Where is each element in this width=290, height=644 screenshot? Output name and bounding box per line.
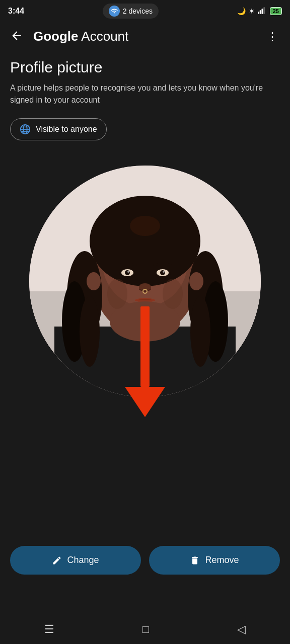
section-title: Profile picture [10, 59, 280, 76]
visibility-label: Visible to anyone [36, 125, 97, 134]
status-bar: 3:44 2 devices 🌙 ✶ 25 [0, 0, 290, 22]
svg-point-38 [163, 279, 183, 309]
main-content: Profile picture A picture helps people t… [0, 51, 290, 397]
page-title: Google Account [33, 29, 128, 44]
profile-picture-area [10, 166, 280, 397]
svg-point-16 [90, 196, 200, 286]
back-nav-icon[interactable]: ◁ [237, 623, 246, 636]
status-devices-pill: 2 devices [103, 4, 159, 19]
back-button[interactable] [8, 27, 25, 46]
top-nav: Google Account ⋮ [0, 22, 290, 51]
menu-icon[interactable]: ☰ [44, 623, 54, 636]
devices-label: 2 devices [123, 7, 153, 15]
status-right-icons: 🌙 ✶ 25 [237, 7, 282, 16]
section-description: A picture helps people to recognise you … [10, 82, 280, 106]
svg-rect-2 [261, 9, 263, 14]
arrow-indicator [125, 306, 165, 417]
svg-point-31 [163, 271, 165, 273]
moon-icon: 🌙 [237, 7, 246, 15]
svg-rect-1 [260, 10, 261, 14]
wifi-icon [109, 6, 120, 17]
svg-rect-3 [263, 7, 265, 14]
svg-point-29 [160, 270, 165, 275]
svg-point-37 [107, 279, 127, 309]
change-label: Change [67, 555, 99, 566]
change-button[interactable]: Change [10, 546, 141, 575]
remove-label: Remove [205, 555, 239, 566]
trash-icon [190, 555, 200, 566]
svg-point-19 [80, 296, 100, 367]
nav-left: Google Account [8, 27, 128, 46]
svg-point-23 [130, 216, 160, 236]
globe-icon [20, 124, 31, 135]
bottom-nav: ☰ □ ◁ [0, 615, 290, 644]
signal-icon [258, 7, 267, 16]
arrow-head [125, 387, 165, 417]
svg-point-28 [125, 270, 130, 275]
visibility-button[interactable]: Visible to anyone [10, 118, 107, 140]
svg-rect-0 [258, 12, 259, 14]
bluetooth-icon: ✶ [249, 7, 255, 15]
battery-level: 25 [270, 7, 282, 15]
svg-point-35 [87, 272, 101, 290]
svg-point-36 [189, 272, 203, 290]
more-options-button[interactable]: ⋮ [263, 28, 282, 45]
svg-point-30 [127, 271, 129, 273]
svg-point-22 [190, 296, 210, 367]
bottom-actions: Change Remove [0, 538, 290, 585]
status-time: 3:44 [8, 7, 24, 16]
arrow-shaft [140, 306, 150, 387]
home-icon[interactable]: □ [142, 623, 149, 636]
edit-icon [52, 555, 62, 566]
remove-button[interactable]: Remove [149, 546, 280, 575]
